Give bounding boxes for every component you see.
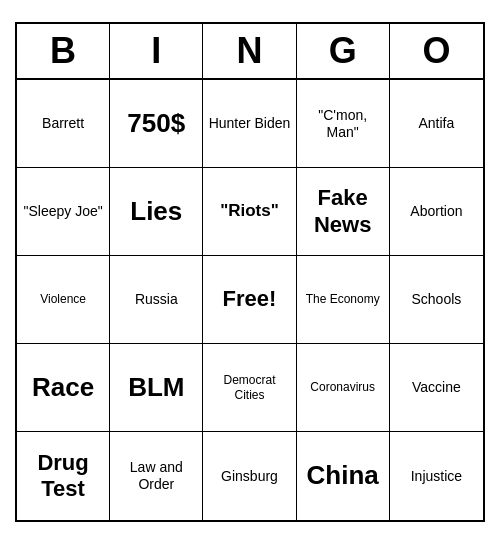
cell-text: Hunter Biden <box>209 115 291 132</box>
bingo-header: BINGO <box>17 24 483 80</box>
bingo-cell: Democrat Cities <box>203 344 296 432</box>
bingo-cell: The Economy <box>297 256 390 344</box>
cell-text: Drug Test <box>21 450 105 503</box>
cell-text: Antifa <box>418 115 454 132</box>
cell-text: Free! <box>223 286 277 312</box>
bingo-letter: G <box>297 24 390 78</box>
bingo-cell: Free! <box>203 256 296 344</box>
cell-text: Lies <box>130 196 182 227</box>
cell-text: China <box>307 460 379 491</box>
bingo-letter: B <box>17 24 110 78</box>
cell-text: Race <box>32 372 94 403</box>
bingo-cell: Hunter Biden <box>203 80 296 168</box>
bingo-cell: Barrett <box>17 80 110 168</box>
bingo-cell: Race <box>17 344 110 432</box>
cell-text: 750$ <box>127 108 185 139</box>
bingo-cell: Coronavirus <box>297 344 390 432</box>
bingo-cell: Fake News <box>297 168 390 256</box>
bingo-cell: China <box>297 432 390 520</box>
bingo-cell: Abortion <box>390 168 483 256</box>
cell-text: Injustice <box>411 468 462 485</box>
bingo-card: BINGO Barrett750$Hunter Biden"C'mon, Man… <box>15 22 485 522</box>
cell-text: Abortion <box>410 203 462 220</box>
cell-text: "C'mon, Man" <box>301 107 385 141</box>
cell-text: "Sleepy Joe" <box>23 203 102 220</box>
cell-text: Violence <box>40 292 86 306</box>
bingo-cell: Russia <box>110 256 203 344</box>
cell-text: BLM <box>128 372 184 403</box>
bingo-cell: Antifa <box>390 80 483 168</box>
bingo-cell: BLM <box>110 344 203 432</box>
bingo-cell: "C'mon, Man" <box>297 80 390 168</box>
bingo-cell: Lies <box>110 168 203 256</box>
cell-text: Fake News <box>301 185 385 238</box>
bingo-cell: "Riots" <box>203 168 296 256</box>
bingo-cell: Schools <box>390 256 483 344</box>
cell-text: Schools <box>411 291 461 308</box>
bingo-cell: 750$ <box>110 80 203 168</box>
bingo-cell: Violence <box>17 256 110 344</box>
cell-text: Coronavirus <box>310 380 375 394</box>
bingo-cell: Vaccine <box>390 344 483 432</box>
bingo-cell: Injustice <box>390 432 483 520</box>
cell-text: Russia <box>135 291 178 308</box>
cell-text: Vaccine <box>412 379 461 396</box>
bingo-cell: Law and Order <box>110 432 203 520</box>
cell-text: Barrett <box>42 115 84 132</box>
bingo-grid: Barrett750$Hunter Biden"C'mon, Man"Antif… <box>17 80 483 520</box>
bingo-letter: O <box>390 24 483 78</box>
cell-text: Ginsburg <box>221 468 278 485</box>
cell-text: The Economy <box>306 292 380 306</box>
cell-text: Law and Order <box>114 459 198 493</box>
bingo-cell: Drug Test <box>17 432 110 520</box>
bingo-cell: "Sleepy Joe" <box>17 168 110 256</box>
bingo-cell: Ginsburg <box>203 432 296 520</box>
cell-text: "Riots" <box>220 201 279 221</box>
bingo-letter: N <box>203 24 296 78</box>
bingo-letter: I <box>110 24 203 78</box>
cell-text: Democrat Cities <box>207 373 291 402</box>
